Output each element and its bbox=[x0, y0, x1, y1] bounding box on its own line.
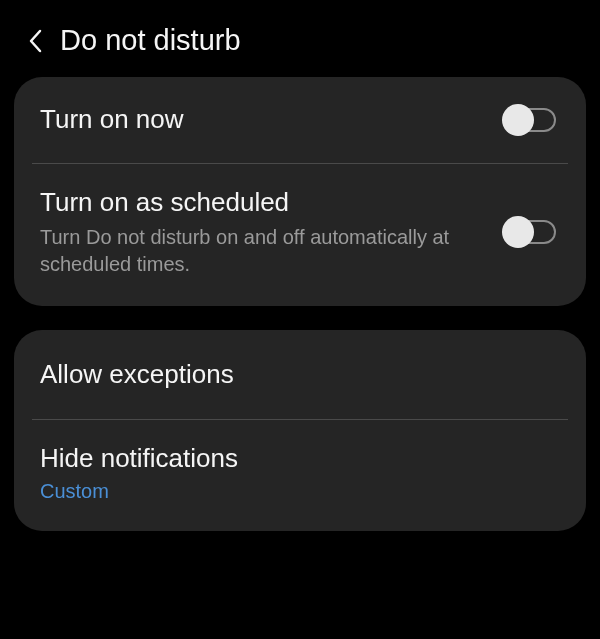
hide-notifications-row[interactable]: Hide notifications Custom bbox=[14, 420, 586, 531]
hide-notifications-value: Custom bbox=[40, 480, 560, 503]
header: Do not disturb bbox=[0, 0, 600, 77]
page-title: Do not disturb bbox=[60, 24, 241, 57]
turn-on-now-title: Turn on now bbox=[40, 103, 502, 137]
row-text: Hide notifications Custom bbox=[40, 442, 560, 503]
settings-group-2: Allow exceptions Hide notifications Cust… bbox=[14, 330, 586, 532]
allow-exceptions-title: Allow exceptions bbox=[40, 358, 560, 392]
row-text: Turn on now bbox=[40, 103, 502, 137]
back-chevron-icon[interactable] bbox=[28, 29, 42, 53]
toggle-thumb bbox=[502, 104, 534, 136]
turn-on-now-toggle[interactable] bbox=[502, 104, 560, 136]
turn-on-scheduled-toggle[interactable] bbox=[502, 216, 560, 248]
settings-group-1: Turn on now Turn on as scheduled Turn Do… bbox=[14, 77, 586, 306]
turn-on-scheduled-row[interactable]: Turn on as scheduled Turn Do not disturb… bbox=[14, 164, 586, 306]
row-text: Turn on as scheduled Turn Do not disturb… bbox=[40, 186, 502, 278]
turn-on-now-row[interactable]: Turn on now bbox=[14, 77, 586, 163]
turn-on-scheduled-title: Turn on as scheduled bbox=[40, 186, 502, 220]
row-text: Allow exceptions bbox=[40, 358, 560, 392]
turn-on-scheduled-subtitle: Turn Do not disturb on and off automatic… bbox=[40, 224, 502, 278]
allow-exceptions-row[interactable]: Allow exceptions bbox=[14, 330, 586, 420]
hide-notifications-title: Hide notifications bbox=[40, 442, 560, 476]
toggle-thumb bbox=[502, 216, 534, 248]
